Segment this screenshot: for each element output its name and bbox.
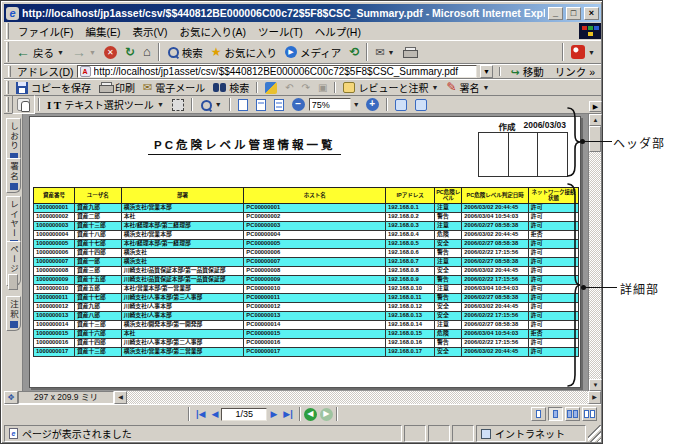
zoom-out-button[interactable]: − bbox=[288, 96, 309, 113]
sign-button[interactable]: ✎ 署名 ▼ bbox=[442, 78, 493, 97]
continuous-layout-button[interactable] bbox=[548, 407, 563, 421]
scroll-down-button[interactable]: ▼ bbox=[589, 379, 602, 391]
table-cell: 資産十六郎 bbox=[74, 329, 121, 338]
table-row: 1000000002資産二郎本社PC00000002192.168.0.2警告2… bbox=[34, 212, 579, 221]
col-risk-level: PC危険レベル bbox=[435, 188, 462, 204]
zoom-tool-button[interactable]: ▼ bbox=[196, 97, 226, 113]
table-cell: 資産五郎 bbox=[74, 284, 121, 293]
fit-page-button[interactable] bbox=[252, 97, 270, 113]
tab-signatures[interactable]: 署名 bbox=[6, 158, 21, 193]
snapshot-tool-button[interactable] bbox=[168, 97, 188, 113]
next-page-button[interactable]: ▶ bbox=[267, 408, 280, 420]
table-cell: 192.168.0.13 bbox=[386, 311, 435, 320]
text-select-tool-button[interactable]: I T テキスト選択ツール ▼ bbox=[43, 95, 168, 114]
horizontal-scroll-row: ✥ 297 x 209.9 ミリ ◀ ▶ bbox=[4, 391, 601, 404]
home-button[interactable]: ⌂ bbox=[139, 44, 155, 60]
toolbar-grip[interactable] bbox=[8, 66, 11, 77]
table-row: 1000000017資産十三郎横浜支社/営業本部/第二営業部PC00000017… bbox=[34, 347, 579, 356]
chevron-down-icon: ▼ bbox=[157, 101, 164, 108]
scrollbar-track[interactable] bbox=[127, 391, 588, 404]
menu-help[interactable]: ヘルプ(H) bbox=[309, 22, 367, 41]
rotate-left-button[interactable] bbox=[391, 97, 411, 113]
menu-favorites[interactable]: お気に入り(A) bbox=[173, 22, 252, 41]
previous-view-button[interactable]: ◀ bbox=[304, 408, 317, 421]
acrobat-plugin-button[interactable]: ▼ bbox=[567, 43, 599, 61]
address-input[interactable] bbox=[77, 65, 477, 78]
refresh-button[interactable]: ↻ bbox=[121, 44, 139, 60]
paste-button[interactable]: ▣ bbox=[314, 80, 331, 95]
splitter-handle[interactable] bbox=[8, 274, 18, 290]
tab-bookmarks[interactable]: しおり bbox=[6, 118, 21, 163]
tab-comments[interactable]: 注釈 bbox=[6, 296, 21, 331]
scrollbar-track[interactable] bbox=[589, 152, 601, 379]
chevron-down-icon: ▼ bbox=[57, 49, 64, 56]
acrobat-view-toolbar: I T テキスト選択ツール ▼ ▼ − ▼ + bbox=[4, 96, 601, 114]
toolbar-grip[interactable] bbox=[6, 23, 9, 39]
search-button[interactable]: 検索 bbox=[163, 43, 207, 62]
zoom-level-input[interactable] bbox=[309, 98, 351, 111]
address-dropdown-button[interactable]: ▼ bbox=[480, 65, 493, 78]
scrollbar-thumb[interactable] bbox=[589, 126, 601, 152]
single-page-layout-button[interactable] bbox=[531, 407, 546, 421]
resize-grip[interactable] bbox=[588, 425, 601, 442]
table-cell: 安全 bbox=[435, 302, 462, 311]
page-number-field[interactable] bbox=[221, 408, 267, 421]
rotate-right-button[interactable] bbox=[411, 97, 431, 113]
actual-size-button[interactable] bbox=[234, 97, 252, 113]
media-button[interactable]: ▶ メディア bbox=[281, 43, 345, 62]
scroll-up-button[interactable]: ▲ bbox=[589, 114, 602, 126]
toolbar-grip[interactable] bbox=[6, 81, 9, 94]
next-view-button[interactable]: ▶ bbox=[320, 408, 333, 421]
fit-width-button[interactable] bbox=[270, 97, 288, 113]
pdf-view[interactable]: 作成 2006/03/03 PC危険レベル管理情報一覧 資産番号 bbox=[23, 114, 588, 391]
undo-button[interactable]: ↶ bbox=[281, 80, 297, 95]
table-cell: 横浜支社/営業本部 bbox=[121, 203, 244, 212]
close-button[interactable]: × bbox=[584, 7, 599, 20]
table-cell: 資産十八郎 bbox=[74, 230, 121, 239]
maximize-button[interactable]: □ bbox=[566, 7, 581, 20]
table-cell: 2006/02/22 17:15:56 bbox=[462, 248, 528, 257]
zoom-in-button[interactable]: + bbox=[362, 96, 383, 113]
favorites-button[interactable]: ★ お気に入り bbox=[207, 43, 281, 62]
menu-view[interactable]: 表示(V) bbox=[126, 22, 173, 41]
last-page-button[interactable]: ▶| bbox=[280, 408, 295, 420]
chevron-down-icon: ▼ bbox=[215, 101, 222, 108]
table-cell: 警告 bbox=[435, 212, 462, 221]
review-comment-button[interactable]: レビューと注釈 ▼ bbox=[339, 78, 442, 97]
hand-tool-button[interactable] bbox=[12, 95, 35, 114]
facing-layout-button[interactable] bbox=[582, 407, 597, 421]
toolbar-overflow-button[interactable]: ▶ bbox=[589, 101, 602, 112]
redo-button[interactable]: ↷ bbox=[298, 80, 314, 95]
toolbar-grip[interactable] bbox=[6, 97, 9, 112]
pane-splitter-icon[interactable]: ✥ bbox=[4, 391, 18, 404]
print-button[interactable] bbox=[399, 45, 420, 60]
scroll-right-button[interactable]: ▶ bbox=[588, 391, 601, 404]
menu-file[interactable]: ファイル(F) bbox=[12, 22, 79, 41]
forward-button[interactable]: → ▼ bbox=[68, 44, 100, 60]
mail-button[interactable]: ✉ ▼ bbox=[371, 45, 398, 60]
history-button[interactable]: ⟲ bbox=[345, 44, 363, 60]
title-bar[interactable]: e http://localhost/jp1asset/csv/$$440812… bbox=[4, 4, 601, 22]
table-cell: 川崎支社/人事本部 bbox=[121, 311, 244, 320]
scroll-left-button[interactable]: ◀ bbox=[114, 391, 127, 404]
zoom-dropdown[interactable]: ▼ bbox=[351, 101, 362, 108]
table-cell: 資産九郎 bbox=[74, 302, 121, 311]
find-button[interactable]: 検索 bbox=[209, 78, 253, 97]
table-cell: 1000000005 bbox=[34, 239, 75, 248]
menu-edit[interactable]: 編集(E) bbox=[79, 22, 126, 41]
menu-tools[interactable]: ツール(T) bbox=[252, 22, 309, 41]
vertical-scrollbar[interactable]: ▲ ▼ bbox=[588, 114, 601, 391]
separator bbox=[386, 98, 388, 111]
spellcheck-button[interactable] bbox=[261, 80, 281, 96]
first-page-button[interactable]: |◀ bbox=[193, 408, 208, 420]
annotated-screenshot: e http://localhost/jp1asset/csv/$$440812… bbox=[0, 0, 673, 444]
stop-button[interactable]: ✕ bbox=[100, 44, 121, 61]
sign-label: 署名 bbox=[459, 80, 479, 95]
table-cell: 本社/経理本部/第一経理部 bbox=[121, 239, 244, 248]
table-cell: 192.168.0.15 bbox=[386, 329, 435, 338]
continuous-facing-layout-button[interactable] bbox=[565, 407, 580, 421]
toolbar-grip[interactable] bbox=[6, 42, 9, 62]
back-button[interactable]: ← 戻る ▼ bbox=[12, 43, 68, 62]
prev-page-button[interactable]: ◀ bbox=[208, 408, 221, 420]
minimize-button[interactable]: _ bbox=[548, 7, 563, 20]
